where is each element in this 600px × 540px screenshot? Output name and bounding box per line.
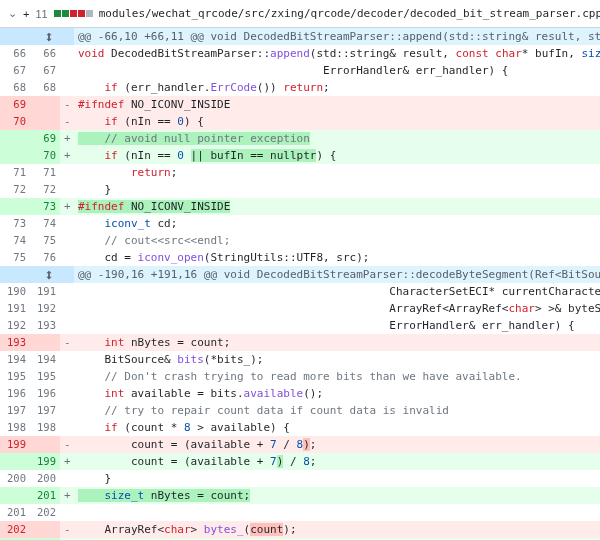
old-line-number[interactable]: 73 xyxy=(0,215,30,232)
old-line-number[interactable]: 196 xyxy=(0,385,30,402)
old-line-number[interactable]: 190 xyxy=(0,283,30,300)
code-content[interactable]: iconv_t cd; xyxy=(74,215,600,232)
new-line-number[interactable] xyxy=(30,436,60,453)
code-content[interactable]: } xyxy=(74,470,600,487)
diff-line: 70+ if (nIn == 0 || bufIn == nullptr) { xyxy=(0,147,600,164)
old-line-number[interactable]: 200 xyxy=(0,470,30,487)
code-content[interactable]: // cout<<src<<endl; xyxy=(74,232,600,249)
old-line-number[interactable]: 199 xyxy=(0,436,30,453)
file-path[interactable]: modules/wechat_qrcode/src/zxing/qrcode/d… xyxy=(99,7,600,20)
code-content[interactable]: #ifndef NO_ICONV_INSIDE xyxy=(74,96,600,113)
new-line-number[interactable]: 191 xyxy=(30,283,60,300)
old-line-number[interactable] xyxy=(0,198,30,215)
old-line-number[interactable] xyxy=(0,487,30,504)
code-content[interactable]: if (count * 8 > available) { xyxy=(74,419,600,436)
code-content[interactable]: // try to repair count data if count dat… xyxy=(74,402,600,419)
new-line-number[interactable] xyxy=(30,113,60,130)
code-content[interactable]: count = (available + 7) / 8; xyxy=(74,453,600,470)
diff-marker xyxy=(60,385,74,402)
code-content[interactable]: // avoid null pointer exception xyxy=(74,130,600,147)
old-line-number[interactable]: 69 xyxy=(0,96,30,113)
expand-icon[interactable] xyxy=(0,28,60,45)
diff-marker xyxy=(60,504,74,521)
old-line-number[interactable]: 67 xyxy=(0,62,30,79)
code-content[interactable]: return; xyxy=(74,164,600,181)
old-line-number[interactable]: 192 xyxy=(0,317,30,334)
old-line-number[interactable]: 202 xyxy=(0,521,30,538)
new-line-number[interactable]: 194 xyxy=(30,351,60,368)
code-content[interactable]: #ifndef NO_ICONV_INSIDE xyxy=(74,198,600,215)
old-line-number[interactable]: 193 xyxy=(0,334,30,351)
code-content[interactable]: if (nIn == 0 || bufIn == nullptr) { xyxy=(74,147,600,164)
new-line-number[interactable]: 201 xyxy=(30,487,60,504)
old-line-number[interactable]: 66 xyxy=(0,45,30,62)
old-line-number[interactable]: 74 xyxy=(0,232,30,249)
code-content[interactable]: CharacterSetECI* currentCharacterSetECI, xyxy=(74,283,600,300)
new-line-number[interactable] xyxy=(30,334,60,351)
old-line-number[interactable] xyxy=(0,130,30,147)
old-line-number[interactable]: 72 xyxy=(0,181,30,198)
diff-marker: + xyxy=(60,198,74,215)
new-line-number[interactable]: 198 xyxy=(30,419,60,436)
new-line-number[interactable]: 192 xyxy=(30,300,60,317)
new-line-number[interactable]: 73 xyxy=(30,198,60,215)
code-content[interactable]: int nBytes = count; xyxy=(74,334,600,351)
code-content[interactable]: if (err_handler.ErrCode()) return; xyxy=(74,79,600,96)
new-line-number[interactable]: 195 xyxy=(30,368,60,385)
diff-marker xyxy=(60,249,74,266)
old-line-number[interactable]: 195 xyxy=(0,368,30,385)
new-line-number[interactable]: 68 xyxy=(30,79,60,96)
code-content[interactable]: int available = bits.available(); xyxy=(74,385,600,402)
code-content[interactable]: BitSource& bits(*bits_); xyxy=(74,351,600,368)
new-line-number[interactable]: 70 xyxy=(30,147,60,164)
new-line-number[interactable]: 71 xyxy=(30,164,60,181)
old-line-number[interactable] xyxy=(0,453,30,470)
new-line-number[interactable]: 193 xyxy=(30,317,60,334)
code-content[interactable]: ArrayRef<char> bytes_(count); xyxy=(74,521,600,538)
new-line-number[interactable]: 74 xyxy=(30,215,60,232)
old-line-number[interactable]: 71 xyxy=(0,164,30,181)
new-line-number[interactable]: 72 xyxy=(30,181,60,198)
code-content[interactable]: void DecodedBitStreamParser::append(std:… xyxy=(74,45,600,62)
old-line-number[interactable]: 197 xyxy=(0,402,30,419)
new-line-number[interactable]: 199 xyxy=(30,453,60,470)
new-line-number[interactable]: 76 xyxy=(30,249,60,266)
new-line-number[interactable]: 75 xyxy=(30,232,60,249)
new-line-number[interactable]: 202 xyxy=(30,504,60,521)
code-content[interactable]: ErrorHandler& err_handler) { xyxy=(74,317,600,334)
new-line-number[interactable]: 200 xyxy=(30,470,60,487)
old-line-number[interactable] xyxy=(0,147,30,164)
new-line-number[interactable]: 67 xyxy=(30,62,60,79)
new-line-number[interactable] xyxy=(30,96,60,113)
old-line-number[interactable]: 201 xyxy=(0,504,30,521)
old-line-number[interactable]: 70 xyxy=(0,113,30,130)
new-line-number[interactable]: 69 xyxy=(30,130,60,147)
new-line-number[interactable]: 66 xyxy=(30,45,60,62)
diff-marker xyxy=(60,215,74,232)
new-line-number[interactable]: 196 xyxy=(30,385,60,402)
code-content[interactable]: size_t nBytes = count; xyxy=(74,487,600,504)
diff-line: 197197 // try to repair count data if co… xyxy=(0,402,600,419)
code-content[interactable]: if (nIn == 0) { xyxy=(74,113,600,130)
diff-line: 69-#ifndef NO_ICONV_INSIDE xyxy=(0,96,600,113)
old-line-number[interactable]: 191 xyxy=(0,300,30,317)
old-line-number[interactable]: 68 xyxy=(0,79,30,96)
diff-line: 191192 ArrayRef<ArrayRef<char> >& byteSe… xyxy=(0,300,600,317)
old-line-number[interactable]: 194 xyxy=(0,351,30,368)
collapse-toggle[interactable]: ⌄ xyxy=(8,7,17,20)
code-content[interactable]: ArrayRef<ArrayRef<char> >& byteSegments, xyxy=(74,300,600,317)
diff-line: 202- ArrayRef<char> bytes_(count); xyxy=(0,521,600,538)
new-line-number[interactable]: 197 xyxy=(30,402,60,419)
code-content[interactable]: // Don't crash trying to read more bits … xyxy=(74,368,600,385)
code-content[interactable]: } xyxy=(74,181,600,198)
code-content[interactable]: ErrorHandler& err_handler) { xyxy=(74,62,600,79)
code-content[interactable]: count = (available + 7 / 8); xyxy=(74,436,600,453)
code-content[interactable] xyxy=(74,504,600,521)
old-line-number[interactable]: 198 xyxy=(0,419,30,436)
diff-marker xyxy=(60,283,74,300)
diff-line: 201202 xyxy=(0,504,600,521)
new-line-number[interactable] xyxy=(30,521,60,538)
expand-icon[interactable] xyxy=(0,266,60,283)
old-line-number[interactable]: 75 xyxy=(0,249,30,266)
code-content[interactable]: cd = iconv_open(StringUtils::UTF8, src); xyxy=(74,249,600,266)
